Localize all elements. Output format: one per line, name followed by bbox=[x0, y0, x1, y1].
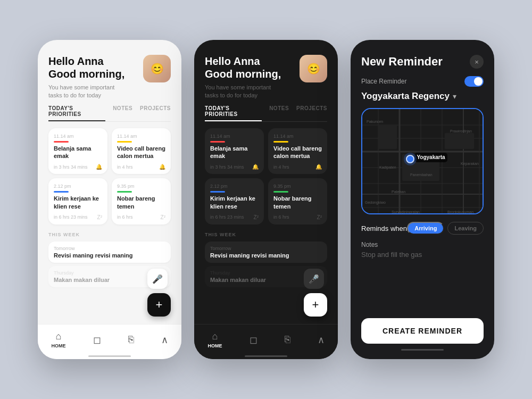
home-indicator-light bbox=[88, 355, 131, 357]
task-dot-1-dark bbox=[210, 141, 225, 143]
more-icon-dark: ∧ bbox=[318, 334, 325, 346]
task-card-3[interactable]: 2.12 pm Kirim kerjaan ke klien rese in 6… bbox=[48, 178, 107, 225]
greeting-sub-dark: You have some importanttasks to do for t… bbox=[205, 84, 281, 100]
nav-more-light[interactable]: ∧ bbox=[161, 334, 168, 346]
home-indicator-dark bbox=[245, 355, 287, 357]
add-button-light[interactable]: + bbox=[147, 293, 171, 317]
nav-home-dark[interactable]: ⌂ HOME bbox=[208, 331, 222, 348]
task-title-3-dark: Kirim kerjaan ke klien rese bbox=[210, 195, 259, 210]
task-time-3-dark: 2.12 pm bbox=[210, 184, 259, 189]
arriving-button[interactable]: Arriving bbox=[407, 222, 444, 235]
home-label-dark: HOME bbox=[208, 343, 222, 348]
bell-icon-2-dark: 🔔 bbox=[315, 164, 322, 170]
bell-icon-1: 🔔 bbox=[96, 164, 102, 170]
task-time-3: 2.12 pm bbox=[54, 184, 102, 189]
map-svg: Pakuncen Prawirodirjan Kadipaten Panemba… bbox=[362, 109, 483, 213]
week-item-1-light[interactable]: Tomorrow Revisi maning revisi maning bbox=[48, 242, 171, 263]
more-icon-light: ∧ bbox=[161, 334, 168, 346]
task-card-2-dark[interactable]: 11.14 am Video call bareng calon mertua … bbox=[268, 128, 327, 174]
this-week-label-dark: THIS WEEK bbox=[205, 232, 327, 237]
home-label-light: HOME bbox=[52, 343, 66, 348]
tab-priorities-dark[interactable]: TODAY'S PRIORITIES bbox=[205, 105, 262, 121]
task-card-4-dark[interactable]: 9.35 pm Nobar bareng temen in 6 hrs Z² bbox=[268, 178, 327, 225]
tab-notes-dark[interactable]: NOTES bbox=[269, 105, 289, 121]
nav-folder-dark[interactable]: ⎘ bbox=[285, 334, 290, 345]
leaving-button[interactable]: Leaving bbox=[447, 222, 484, 235]
svg-text:Pakuncen: Pakuncen bbox=[367, 120, 383, 123]
bottom-nav-dark: ⌂ HOME ◻ ⎘ ∧ bbox=[194, 324, 338, 359]
notes-icon-light: ◻ bbox=[93, 334, 101, 346]
nav-home-light[interactable]: ⌂ HOME bbox=[52, 331, 66, 348]
map-background: Pakuncen Prawirodirjan Kadipaten Panemba… bbox=[362, 109, 483, 213]
task-title-4: Nobar bareng temen bbox=[117, 195, 165, 210]
task-remaining-2-dark: in 4 hrs bbox=[273, 164, 289, 170]
task-card-4[interactable]: 9.35 pm Nobar bareng temen in 6 hrs Z² bbox=[112, 178, 171, 225]
phone-light: Hello Anna Good morning, You have some i… bbox=[38, 40, 181, 359]
notes-label: Notes bbox=[361, 241, 484, 248]
week-title-1-dark: Revisi maning revisi maning bbox=[210, 252, 322, 259]
reminder-title: New Reminder bbox=[361, 55, 443, 69]
greeting-sub: You have some importanttasks to do for t… bbox=[48, 84, 124, 100]
task-remaining-1: in 3 hrs 34 mins bbox=[54, 164, 88, 170]
task-card-1-dark[interactable]: 11.14 am Belanja sama emak in 3 hrs 34 m… bbox=[205, 128, 264, 174]
svg-text:Keparakan: Keparakan bbox=[461, 162, 479, 166]
place-reminder-toggle[interactable] bbox=[464, 76, 484, 87]
tab-notes[interactable]: NOTES bbox=[113, 105, 132, 121]
svg-text:Kadipaten: Kadipaten bbox=[379, 165, 396, 170]
task-card-3-dark[interactable]: 2.12 pm Kirim kerjaan ke klien rese in 6… bbox=[205, 178, 264, 225]
mic-button-dark[interactable]: 🎤 bbox=[304, 269, 324, 289]
nav-notes-icon-dark[interactable]: ◻ bbox=[250, 334, 257, 346]
task-title-1-dark: Belanja sama emak bbox=[210, 145, 259, 160]
home-indicator-reminder bbox=[401, 349, 444, 351]
greeting-morning: Good morning, bbox=[48, 68, 124, 80]
avatar-dark: 😊 bbox=[300, 55, 327, 82]
tasks-grid-dark: 11.14 am Belanja sama emak in 3 hrs 34 m… bbox=[205, 128, 327, 225]
reminds-when-row: Reminds when Arriving Leaving bbox=[361, 222, 484, 235]
week-title-1-light: Revisi maning revisi maning bbox=[54, 252, 165, 259]
task-remaining-2: in 4 hrs bbox=[117, 164, 133, 170]
tab-projects[interactable]: PROJECTS bbox=[140, 105, 171, 121]
greeting-name: Hello Anna bbox=[48, 55, 124, 68]
mic-button-light[interactable]: 🎤 bbox=[147, 269, 168, 289]
task-title-3: Kirim kerjaan ke klien rese bbox=[54, 195, 102, 210]
place-reminder-row: Place Reminder bbox=[361, 76, 484, 87]
task-time-4-dark: 9.35 pm bbox=[273, 184, 322, 189]
week-day-1-light: Tomorrow bbox=[54, 246, 165, 251]
sleep-icon-3: Z² bbox=[97, 214, 102, 220]
location-selector[interactable]: Yogyakarta Regency ▾ bbox=[361, 91, 484, 102]
task-card-2[interactable]: 11.14 am Video call bareng calon mertua … bbox=[112, 128, 171, 174]
task-time-4: 9.35 pm bbox=[117, 184, 165, 189]
greeting-dark: Hello Anna Good morning, You have some i… bbox=[205, 55, 281, 100]
phone-reminder: New Reminder × Place Reminder Yogyakarta… bbox=[351, 40, 494, 359]
nav-more-dark[interactable]: ∧ bbox=[318, 334, 325, 346]
task-dot-4-dark bbox=[273, 191, 288, 193]
place-reminder-label: Place Reminder bbox=[361, 78, 406, 85]
header-dark: Hello Anna Good morning, You have some i… bbox=[205, 55, 327, 100]
task-card-1[interactable]: 11.14 am Belanja sama emak in 3 hrs 34 m… bbox=[48, 128, 107, 174]
header-light: Hello Anna Good morning, You have some i… bbox=[48, 55, 171, 100]
nav-folders-light[interactable]: ⎘ bbox=[128, 334, 134, 345]
week-item-1-dark[interactable]: Tomorrow Revisi maning revisi maning bbox=[205, 242, 327, 263]
fab-area-light: 🎤 + bbox=[147, 269, 171, 317]
task-title-2-dark: Video call bareng calon mertua bbox=[273, 145, 322, 160]
sleep-icon-4-dark: Z² bbox=[317, 214, 322, 220]
task-time-1: 11.14 am bbox=[54, 134, 102, 139]
tab-priorities[interactable]: TODAY'S PRIORITIES bbox=[48, 105, 105, 121]
location-name: Yogyakarta Regency bbox=[361, 91, 450, 102]
nav-notes-light[interactable]: ◻ bbox=[93, 334, 101, 346]
close-button[interactable]: × bbox=[470, 55, 484, 69]
task-remaining-1-dark: in 3 hrs 34 mins bbox=[210, 164, 244, 170]
svg-text:Panembahan: Panembahan bbox=[410, 173, 433, 177]
add-button-dark[interactable]: + bbox=[304, 293, 327, 317]
create-reminder-button[interactable]: CREATE REMINDER bbox=[361, 318, 484, 344]
phone-dark: Hello Anna Good morning, You have some i… bbox=[194, 40, 338, 359]
task-title-4-dark: Nobar bareng temen bbox=[273, 195, 322, 210]
arriving-leaving-buttons: Arriving Leaving bbox=[407, 222, 484, 235]
bottom-nav-light: ⌂ HOME ◻ ⎘ ∧ bbox=[38, 324, 181, 359]
tab-projects-dark[interactable]: PROJECTS bbox=[296, 105, 327, 121]
task-remaining-4-dark: in 6 hrs bbox=[273, 214, 289, 220]
task-title-1: Belanja sama emak bbox=[54, 145, 102, 160]
notes-icon-dark: ◻ bbox=[250, 334, 257, 346]
map-container[interactable]: Pakuncen Prawirodirjan Kadipaten Panemba… bbox=[361, 108, 484, 214]
folder-icon-light: ⎘ bbox=[128, 334, 134, 345]
